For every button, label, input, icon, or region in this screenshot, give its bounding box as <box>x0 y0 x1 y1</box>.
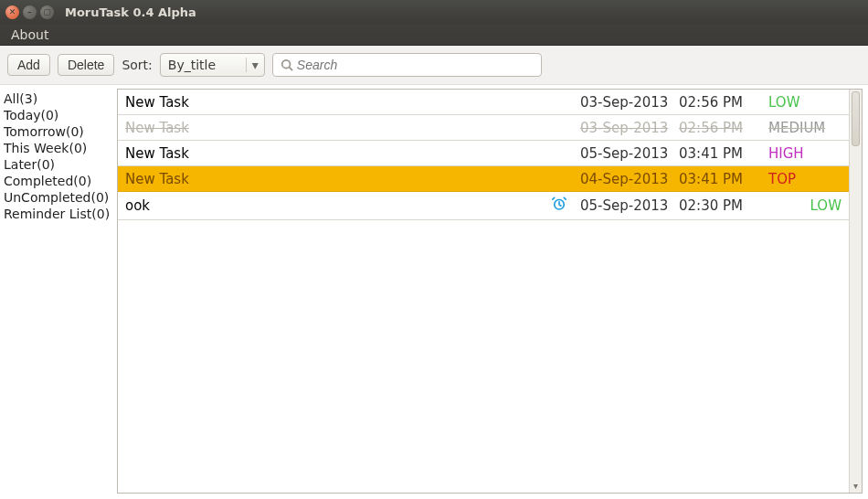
maximize-icon[interactable]: ▢ <box>40 5 54 19</box>
task-date: 05-Sep-2013 <box>580 197 672 214</box>
task-time: 02:56 PM <box>679 120 761 136</box>
sort-select[interactable]: By_title ▾ <box>160 53 265 77</box>
menu-about[interactable]: About <box>5 26 54 44</box>
search-input[interactable] <box>297 58 534 72</box>
scroll-down-icon[interactable]: ▾ <box>850 481 862 491</box>
task-date: 05-Sep-2013 <box>580 145 672 162</box>
window-title: MoruTask 0.4 Alpha <box>65 5 196 19</box>
search-field[interactable] <box>272 53 542 77</box>
task-date: 03-Sep-2013 <box>580 120 672 136</box>
window-controls: ✕ – ▢ <box>5 5 54 19</box>
menubar: About <box>0 24 868 46</box>
delete-button[interactable]: Delete <box>58 54 114 76</box>
task-reminder-slot <box>551 196 573 216</box>
add-button[interactable]: Add <box>7 54 50 76</box>
task-time: 02:56 PM <box>679 94 761 111</box>
task-title: New Task <box>125 145 544 162</box>
task-list[interactable]: New Task03-Sep-201302:56 PMLOWNew Task03… <box>118 90 849 493</box>
task-row[interactable]: New Task03-Sep-201302:56 PMMEDIUM <box>118 115 849 141</box>
task-title: New Task <box>125 120 544 136</box>
search-icon <box>281 58 293 71</box>
sidebar-item-reminder[interactable]: Reminder List(0) <box>4 206 113 222</box>
task-priority: TOP <box>768 171 842 187</box>
task-date: 03-Sep-2013 <box>580 94 672 111</box>
task-row[interactable]: New Task05-Sep-201303:41 PMHIGH <box>118 141 849 166</box>
task-title: ook <box>125 197 544 214</box>
window-titlebar: ✕ – ▢ MoruTask 0.4 Alpha <box>0 0 868 24</box>
task-date: 04-Sep-2013 <box>580 171 672 187</box>
task-title: New Task <box>125 94 544 111</box>
minimize-icon[interactable]: – <box>23 5 37 19</box>
task-priority: HIGH <box>768 145 842 162</box>
task-time: 03:41 PM <box>679 171 761 187</box>
task-title: New Task <box>125 171 544 187</box>
task-priority: MEDIUM <box>768 120 842 136</box>
scrollbar-thumb[interactable] <box>852 91 860 146</box>
task-list-panel: New Task03-Sep-201302:56 PMLOWNew Task03… <box>117 89 863 494</box>
sidebar-item-completed[interactable]: Completed(0) <box>4 173 113 189</box>
sidebar-item-thisweek[interactable]: This Week(0) <box>4 140 113 156</box>
task-time: 02:30 PM <box>679 197 761 214</box>
task-time: 03:41 PM <box>679 145 761 162</box>
sort-label: Sort: <box>122 58 152 72</box>
vertical-scrollbar[interactable]: ▾ <box>849 90 862 493</box>
toolbar: Add Delete Sort: By_title ▾ <box>0 46 868 85</box>
task-priority: LOW <box>768 197 842 214</box>
close-icon[interactable]: ✕ <box>5 5 19 19</box>
task-row[interactable]: New Task03-Sep-201302:56 PMLOW <box>118 90 849 115</box>
sidebar-item-tomorrow[interactable]: Tomorrow(0) <box>4 123 113 140</box>
sidebar-item-today[interactable]: Today(0) <box>4 107 113 123</box>
task-row[interactable]: ook05-Sep-201302:30 PMLOW <box>118 192 849 220</box>
svg-line-1 <box>289 68 292 71</box>
task-row[interactable]: New Task04-Sep-201303:41 PMTOP <box>118 166 849 192</box>
content-area: All(3) Today(0) Tomorrow(0) This Week(0)… <box>0 85 868 499</box>
sort-value: By_title <box>168 58 216 72</box>
alarm-icon <box>551 196 567 212</box>
sidebar: All(3) Today(0) Tomorrow(0) This Week(0)… <box>0 85 117 499</box>
sidebar-item-all[interactable]: All(3) <box>4 90 113 107</box>
svg-point-0 <box>282 60 291 69</box>
sidebar-item-later[interactable]: Later(0) <box>4 156 113 173</box>
sidebar-item-uncompleted[interactable]: UnCompleted(0) <box>4 189 113 206</box>
task-priority: LOW <box>768 94 842 111</box>
chevron-down-icon: ▾ <box>246 58 259 72</box>
